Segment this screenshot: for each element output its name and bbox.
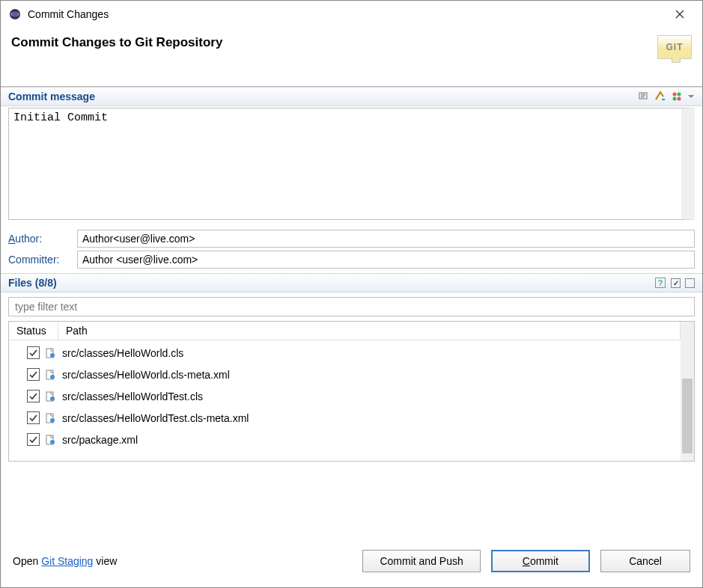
file-path: src/classes/HelloWorld.cls-meta.xml [62, 369, 230, 381]
commit-mnemonic: C [523, 555, 530, 567]
view-menu-icon[interactable] [687, 93, 695, 100]
svg-text:?: ? [658, 278, 663, 287]
file-icon [44, 412, 56, 424]
svg-point-11 [50, 353, 55, 358]
svg-point-2 [13, 12, 18, 17]
table-row[interactable]: src/classes/HelloWorld.cls-meta.xml [9, 364, 681, 385]
committer-label: Committer: [8, 254, 77, 266]
row-checkbox[interactable] [27, 433, 40, 446]
svg-point-5 [678, 93, 681, 97]
window-title: Commit Changes [28, 8, 109, 20]
eclipse-icon [8, 7, 22, 21]
help-icon[interactable]: ? [654, 277, 666, 289]
files-table: Status Path src/classes/HelloWorld.clssr… [8, 321, 695, 462]
table-row[interactable]: src/package.xml [9, 429, 681, 450]
commit-message-section-header: Commit message [1, 87, 702, 106]
git-icon: GIT [657, 35, 692, 59]
cancel-button[interactable]: Cancel [600, 550, 690, 572]
committer-input[interactable] [77, 251, 695, 269]
commit-message-input[interactable] [8, 108, 695, 220]
file-path: src/classes/HelloWorldTest.cls [62, 391, 203, 402]
svg-point-19 [50, 440, 55, 444]
table-row[interactable]: src/classes/HelloWorldTest.cls [9, 385, 681, 407]
file-icon [44, 347, 56, 359]
commit-label-rest: ommit [530, 555, 559, 567]
row-checkbox[interactable] [27, 390, 40, 402]
change-id-icon[interactable] [671, 91, 683, 102]
commit-and-push-button[interactable]: Commit and Push [362, 550, 480, 572]
commit-dialog: Commit Changes Commit Changes to Git Rep… [0, 0, 703, 588]
amend-icon[interactable] [638, 91, 650, 102]
svg-point-17 [50, 418, 55, 423]
commit-message-toolbar [638, 91, 695, 102]
author-row: Author: [1, 228, 702, 249]
table-header: Status Path [9, 322, 681, 340]
file-path: src/classes/HelloWorld.cls [62, 347, 183, 359]
staging-hint: Open Git Staging view [13, 555, 117, 567]
close-button[interactable] [665, 3, 695, 25]
files-label: Files (8/8) [8, 277, 57, 289]
column-path[interactable]: Path [58, 322, 681, 340]
filter-input[interactable] [8, 297, 695, 316]
commit-message-label: Commit message [8, 91, 95, 102]
staging-prefix: Open [13, 555, 41, 567]
row-checkbox[interactable] [27, 346, 40, 359]
files-section-header: Files (8/8) ? [1, 273, 702, 293]
scrollbar[interactable] [681, 322, 694, 461]
file-icon [44, 391, 56, 402]
select-all-checkbox[interactable] [671, 278, 681, 288]
svg-point-13 [50, 375, 55, 379]
author-label: Author: [8, 233, 77, 245]
files-toolbar: ? [654, 277, 695, 289]
dialog-title: Commit Changes to Git Repository [11, 35, 222, 50]
bottom-bar: Open Git Staging view Commit and Push Co… [1, 536, 702, 587]
file-path: src/package.xml [62, 434, 138, 446]
column-status[interactable]: Status [9, 322, 58, 340]
button-row: Commit and Push Commit Cancel [362, 550, 690, 572]
sign-off-icon[interactable] [654, 91, 666, 102]
file-path: src/classes/HelloWorldTest.cls-meta.xml [62, 412, 249, 424]
staging-suffix: view [93, 555, 117, 567]
svg-point-4 [673, 93, 677, 97]
committer-row: Committer: [1, 249, 702, 273]
svg-point-6 [673, 97, 677, 101]
git-staging-link[interactable]: Git Staging [41, 555, 93, 567]
file-icon [44, 434, 56, 446]
table-row[interactable]: src/classes/HelloWorldTest.cls-meta.xml [9, 407, 681, 429]
commit-message-area [1, 106, 702, 228]
scroll-thumb[interactable] [682, 379, 693, 453]
dialog-header: Commit Changes to Git Repository GIT [1, 28, 702, 87]
author-input[interactable] [77, 230, 695, 248]
svg-point-15 [50, 396, 55, 401]
row-checkbox[interactable] [27, 368, 40, 381]
svg-point-7 [678, 97, 681, 101]
commit-button[interactable]: Commit [491, 550, 590, 572]
titlebar: Commit Changes [1, 1, 702, 28]
deselect-all-checkbox[interactable] [685, 278, 695, 288]
row-checkbox[interactable] [27, 411, 40, 424]
filter-area [1, 293, 702, 321]
file-icon [44, 369, 56, 381]
table-row[interactable]: src/classes/HelloWorld.cls [9, 342, 681, 364]
